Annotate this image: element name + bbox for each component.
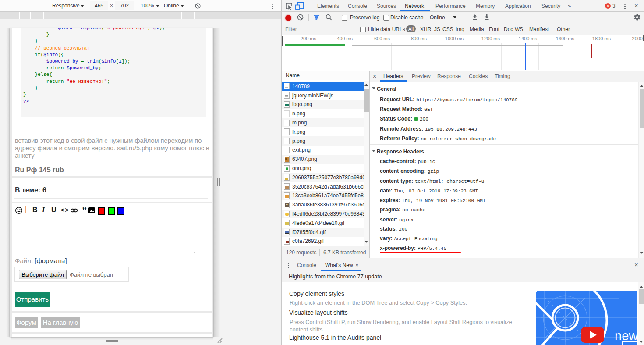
svg-text:new: new (615, 329, 637, 343)
